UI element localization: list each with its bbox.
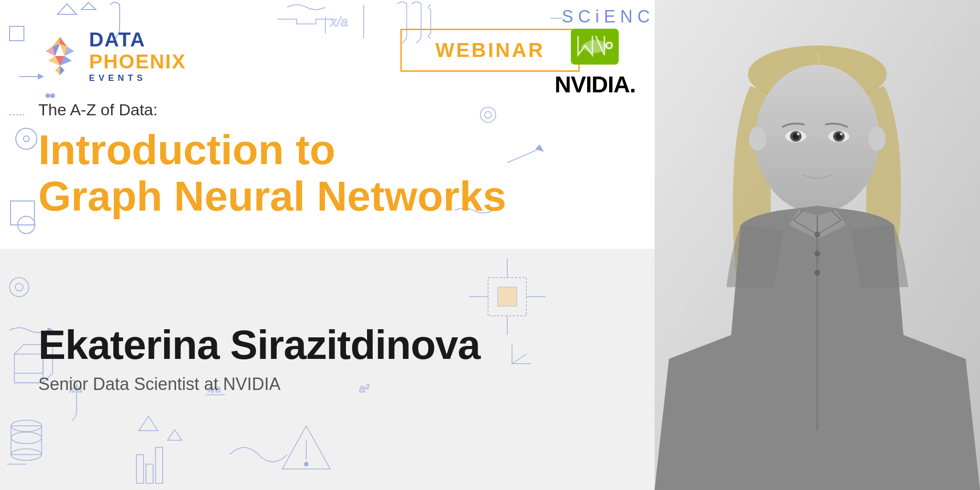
- svg-marker-47: [55, 66, 60, 75]
- svg-rect-68: [156, 447, 163, 483]
- svg-rect-67: [146, 464, 153, 483]
- svg-point-11: [18, 216, 35, 234]
- main-title-line2: Graph Neural Networks: [38, 173, 506, 220]
- svg-rect-2: [10, 26, 24, 41]
- title-area: The A-Z of Data: Introduction to Graph N…: [38, 100, 506, 220]
- svg-point-54: [11, 420, 42, 432]
- svg-point-102: [869, 127, 886, 151]
- speaker-photo: [655, 0, 980, 490]
- svg-point-9: [51, 94, 55, 98]
- svg-marker-0: [57, 4, 77, 14]
- svg-text:x/a: x/a: [329, 14, 348, 29]
- logo-data: DATA: [89, 29, 186, 51]
- svg-line-81: [512, 354, 526, 364]
- page-wrapper: x/a: [0, 0, 980, 490]
- svg-point-100: [840, 133, 843, 135]
- main-title-line1: Introduction to: [38, 127, 506, 173]
- svg-marker-1: [81, 2, 96, 10]
- webinar-badge: WEBINAR: [401, 29, 580, 72]
- svg-rect-80: [498, 287, 517, 306]
- svg-point-52: [10, 278, 29, 297]
- nvidia-wordmark: NVIDIA.: [555, 71, 635, 98]
- svg-point-73: [304, 462, 308, 466]
- svg-line-34: [507, 148, 541, 163]
- svg-marker-71: [282, 426, 330, 469]
- logo-area: DATA PHOENIX EVENTS: [38, 29, 186, 83]
- svg-marker-64: [139, 416, 158, 431]
- svg-point-106: [814, 270, 820, 276]
- svg-point-5: [16, 128, 37, 149]
- speaker-photo-svg: [655, 0, 980, 490]
- webinar-text: WEBINAR: [435, 39, 545, 61]
- logo-icon: [38, 34, 81, 78]
- svg-point-101: [749, 127, 766, 151]
- speaker-info: Ekaterina Sirazitdinova Senior Data Scie…: [38, 321, 480, 394]
- logo-phoenix: PHOENIX: [89, 51, 186, 73]
- svg-point-8: [46, 94, 50, 98]
- svg-point-6: [23, 136, 29, 142]
- logo-text: DATA PHOENIX EVENTS: [89, 29, 186, 83]
- nvidia-logo-area: NVIDIA.: [555, 24, 635, 98]
- main-title: Introduction to Graph Neural Networks: [38, 127, 506, 220]
- svg-marker-35: [536, 145, 543, 151]
- svg-rect-75: [488, 278, 526, 316]
- speaker-name-text: Ekaterina Sirazitdinova: [38, 321, 480, 368]
- svg-rect-10: [11, 201, 34, 225]
- svg-rect-66: [136, 455, 144, 483]
- svg-point-96: [797, 133, 800, 135]
- svg-point-53: [15, 283, 23, 291]
- svg-marker-48: [60, 66, 65, 75]
- speaker-role-text: Senior Data Scientist at NVIDIA: [38, 374, 480, 394]
- svg-point-56: [11, 449, 42, 460]
- svg-marker-65: [167, 430, 182, 440]
- subtitle-text: The A-Z of Data:: [38, 100, 506, 119]
- nvidia-chip-icon: [566, 24, 624, 69]
- svg-point-51: [607, 44, 611, 47]
- svg-point-57: [11, 432, 42, 444]
- logo-events: EVENTS: [89, 74, 186, 83]
- svg-rect-55: [11, 426, 42, 455]
- svg-point-105: [814, 251, 820, 256]
